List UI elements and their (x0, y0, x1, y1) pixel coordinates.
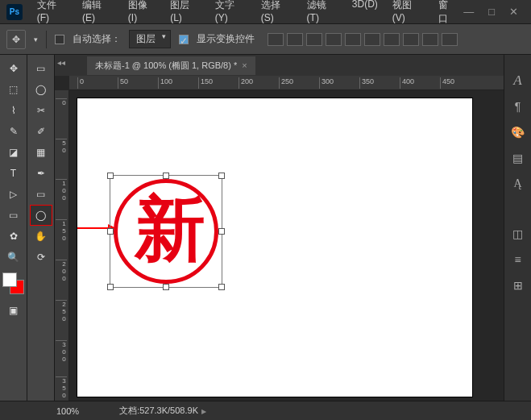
ruler-tick: 300 (319, 77, 334, 89)
menu-filter[interactable]: 滤镜(T) (301, 0, 344, 29)
canvas-area[interactable]: 新 (69, 90, 504, 401)
ruler-vertical[interactable]: 0 50 100 150 200 250 300 350 (55, 90, 69, 401)
auto-select-checkbox[interactable] (55, 35, 64, 44)
paragraph-panel-icon[interactable]: ¶ (509, 98, 527, 114)
ruler-tick: 100 (158, 77, 172, 89)
ruler-tick: 50 (56, 139, 67, 154)
gear-tool-icon[interactable]: ✿ (2, 226, 25, 247)
ruler-horizontal[interactable]: 0 50 100 150 200 250 300 350 400 450 (69, 76, 504, 90)
type-tool-icon[interactable]: T (2, 163, 25, 184)
tools-column-1: ✥ ⬚ ⌇ ✎ ◪ T ▷ ▭ ✿ 🔍 ▣ (0, 55, 27, 401)
swatches-panel-icon[interactable]: 🎨 (509, 124, 527, 140)
align-left-icon[interactable] (326, 33, 342, 46)
tool-submenu-icon[interactable]: ▾ (34, 35, 38, 44)
main-menu: 文件(F) 编辑(E) 图像(I) 图层(L) 文字(Y) 选择(S) 滤镜(T… (31, 0, 463, 29)
auto-select-label: 自动选择： (73, 32, 121, 46)
brush-tool-icon[interactable]: ✐ (30, 121, 52, 142)
distribute-v-icon[interactable] (403, 33, 419, 46)
align-hcenter-icon[interactable] (345, 33, 361, 46)
character-panel-icon[interactable]: A (509, 73, 527, 89)
ruler-tick: 100 (56, 179, 67, 202)
ruler-tick: 150 (198, 77, 213, 89)
transform-handle-bl[interactable] (107, 284, 114, 290)
transform-handle-mr[interactable] (218, 228, 225, 235)
menu-type[interactable]: 文字(Y) (209, 0, 253, 29)
close-tab-icon[interactable]: × (242, 60, 247, 70)
current-tool-icon[interactable]: ✥ (6, 30, 26, 49)
ruler-tick: 0 (77, 77, 84, 89)
align-right-icon[interactable] (364, 33, 380, 46)
zoom-level[interactable]: 100% (56, 406, 79, 416)
more-align-icon[interactable] (422, 33, 438, 46)
move-tool-icon[interactable]: ✥ (2, 58, 25, 79)
menu-edit[interactable]: 编辑(E) (76, 0, 120, 29)
document-tab[interactable]: 未标题-1 @ 100% (椭圆 1, RGB/8) * × (87, 56, 255, 75)
gradient-tool-icon[interactable]: ▦ (30, 142, 52, 163)
foreground-swatch[interactable] (2, 272, 17, 287)
ellipse-shape-tool-icon[interactable]: ◯ (30, 205, 52, 226)
layer-dropdown[interactable]: 图层 (129, 30, 171, 48)
crop-tool-icon[interactable]: ✂ (30, 100, 52, 121)
adjustments-panel-icon[interactable]: ▤ (509, 150, 527, 166)
layers-panel-icon[interactable]: ◫ (509, 226, 527, 242)
transform-handle-br[interactable] (218, 284, 225, 290)
transform-handle-tc[interactable] (163, 173, 169, 179)
ellipse-marquee-icon[interactable]: ◯ (30, 79, 52, 100)
zoom-tool-icon[interactable]: 🔍 (2, 247, 25, 268)
shape-tool-icon[interactable]: ▭ (30, 184, 52, 205)
eraser-tool-icon[interactable]: ◪ (2, 142, 25, 163)
ruler-tick: 200 (56, 260, 67, 282)
canvas-wrap: 0 50 100 150 200 250 300 350 400 450 0 5… (55, 76, 504, 401)
pen-tool-icon[interactable]: ✒ (30, 163, 52, 184)
tools-column-2: ▭ ◯ ✂ ✐ ▦ ✒ ▭ ◯ ✋ ⟳ (27, 55, 55, 401)
paths-panel-icon[interactable]: ⊞ (509, 277, 527, 293)
ruler-tick: 450 (440, 77, 454, 89)
window-minimize-icon[interactable]: — (463, 6, 474, 18)
glyphs-panel-icon[interactable]: Ą (509, 176, 527, 192)
ruler-tick: 150 (56, 219, 67, 242)
menu-3d[interactable]: 3D(D) (346, 0, 384, 29)
document-canvas[interactable]: 新 (77, 98, 472, 397)
transform-handle-ml[interactable] (107, 228, 114, 235)
3d-mode-icon[interactable] (442, 33, 458, 46)
color-swatches[interactable] (2, 272, 25, 300)
menu-select[interactable]: 选择(S) (255, 0, 299, 29)
rotate-view-tool-icon[interactable]: ⟳ (30, 247, 52, 268)
ruler-tick: 250 (56, 300, 67, 322)
collapse-panels-icon[interactable]: ◂◂ (57, 58, 65, 67)
lasso-tool-icon[interactable]: ⌇ (2, 100, 25, 121)
artboard-tool-icon[interactable]: ▭ (30, 58, 52, 79)
transform-handle-tr[interactable] (218, 173, 225, 179)
rectangle-tool-icon[interactable]: ▭ (2, 205, 25, 226)
align-bottom-icon[interactable] (306, 33, 322, 46)
menu-file[interactable]: 文件(F) (31, 0, 74, 29)
channels-panel-icon[interactable]: ≡ (509, 252, 527, 268)
distribute-h-icon[interactable] (384, 33, 400, 46)
transform-handle-tl[interactable] (107, 173, 114, 179)
transform-handle-bc[interactable] (163, 284, 169, 290)
align-vcenter-icon[interactable] (287, 33, 303, 46)
show-transform-checkbox[interactable]: ✓ (179, 35, 189, 44)
eyedropper-tool-icon[interactable]: ✎ (2, 121, 25, 142)
menu-view[interactable]: 视图(V) (386, 0, 430, 29)
ruler-tick: 250 (279, 77, 293, 89)
path-select-tool-icon[interactable]: ▷ (2, 184, 25, 205)
document-info[interactable]: 文档:527.3K/508.9K▶ (119, 405, 206, 417)
info-dropdown-icon[interactable]: ▶ (201, 408, 206, 415)
menu-image[interactable]: 图像(I) (122, 0, 162, 29)
app-logo: Ps (6, 4, 23, 20)
marquee-tool-icon[interactable]: ⬚ (2, 79, 25, 100)
show-transform-label: 显示变换控件 (197, 32, 255, 46)
options-bar: ✥ ▾ 自动选择： 图层 ✓ 显示变换控件 (0, 24, 531, 55)
window-maximize-icon[interactable]: □ (488, 6, 495, 18)
transform-bounding-box[interactable] (110, 175, 222, 288)
status-bar: 100% 文档:527.3K/508.9K▶ (0, 401, 531, 420)
ruler-tick: 350 (359, 77, 374, 89)
hand-tool-icon[interactable]: ✋ (30, 226, 52, 247)
menu-layer[interactable]: 图层(L) (164, 0, 207, 29)
ruler-tick: 400 (400, 77, 414, 89)
quick-mask-icon[interactable]: ▣ (2, 300, 25, 321)
align-top-icon[interactable] (268, 33, 284, 46)
window-close-icon[interactable]: ✕ (509, 6, 518, 18)
menu-window[interactable]: 窗口 (432, 0, 463, 29)
